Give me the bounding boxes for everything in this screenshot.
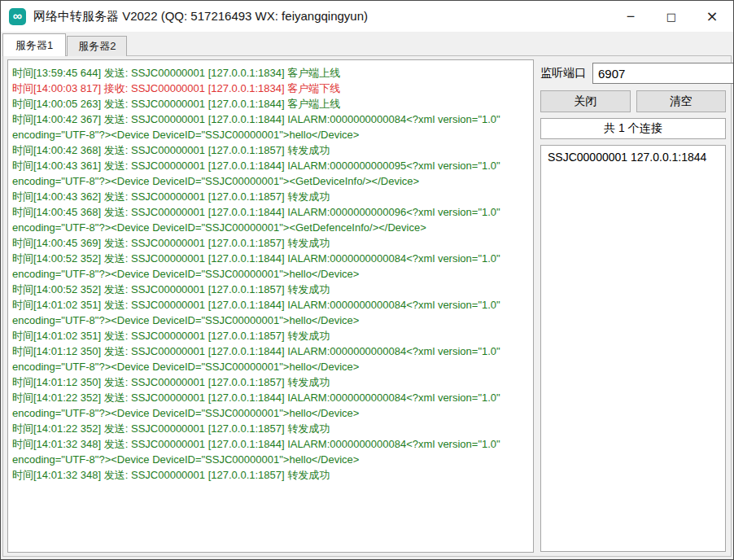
log-entry: 时间[14:01:02 351] 发送: SSJC00000001 [127.0… <box>12 328 529 343</box>
log-entry: 时间[14:01:02 351] 发送: SSJC00000001 [127.0… <box>12 297 529 328</box>
minimize-button[interactable]: ─ <box>610 1 651 32</box>
log-entry: 时间[14:01:22 352] 发送: SSJC00000001 [127.0… <box>12 421 529 436</box>
maximize-button[interactable]: □ <box>651 1 692 32</box>
app-logo-icon: ∞ <box>9 8 26 25</box>
log-entry: 时间[14:01:32 348] 发送: SSJC00000001 [127.0… <box>12 436 529 467</box>
log-entry: 时间[14:01:12 350] 发送: SSJC00000001 [127.0… <box>12 374 529 390</box>
clear-log-button[interactable]: 清空 <box>636 90 727 112</box>
listen-port-input[interactable] <box>592 63 734 84</box>
log-entry: 时间[14:01:12 350] 发送: SSJC00000001 [127.0… <box>12 343 529 374</box>
log-entry: 时间[14:00:45 368] 发送: SSJC00000001 [127.0… <box>12 204 529 235</box>
titlebar[interactable]: ∞ 网络中转服务器 V2022 (QQ: 517216493 WX: feiya… <box>1 1 733 32</box>
listen-port-row: 监听端口 <box>540 63 726 84</box>
action-buttons-row: 关闭 清空 <box>540 90 726 112</box>
side-panel: 监听端口 关闭 清空 共 1 个连接 SSJC00000001 127.0.0.… <box>540 63 726 552</box>
log-entry: 时间[14:00:42 367] 发送: SSJC00000001 [127.0… <box>12 112 529 142</box>
close-icon: × <box>706 9 718 24</box>
log-entry: 时间[14:00:52 352] 发送: SSJC00000001 [127.0… <box>12 251 529 282</box>
log-entry: 时间[14:00:43 362] 发送: SSJC00000001 [127.0… <box>12 189 529 204</box>
log-entry: 时间[13:59:45 644] 发送: SSJC00000001 [127.0… <box>12 65 529 81</box>
log-entry: 时间[14:01:32 348] 发送: SSJC00000001 [127.0… <box>12 467 529 483</box>
tab-server1[interactable]: 服务器1 <box>2 33 66 56</box>
log-entry: 时间[14:01:22 352] 发送: SSJC00000001 [127.0… <box>12 390 529 421</box>
minimize-icon: ─ <box>627 11 634 22</box>
log-output[interactable]: 时间[13:59:45 644] 发送: SSJC00000001 [127.0… <box>7 59 534 553</box>
window-controls: ─ □ × <box>610 1 732 32</box>
connection-count-label: 共 1 个连接 <box>540 118 726 139</box>
tab-server2[interactable]: 服务器2 <box>67 36 127 56</box>
listen-port-label: 监听端口 <box>540 66 592 81</box>
tab-bar: 服务器1 服务器2 <box>2 33 128 56</box>
log-entry: 时间[14:00:45 369] 发送: SSJC00000001 [127.0… <box>12 235 529 251</box>
log-entry: 时间[14:00:43 361] 发送: SSJC00000001 [127.0… <box>12 158 529 189</box>
connection-list-item[interactable]: SSJC00000001 127.0.0.1:1844 <box>541 149 725 165</box>
log-entry: 时间[14:00:52 352] 发送: SSJC00000001 [127.0… <box>12 282 529 297</box>
connection-list[interactable]: SSJC00000001 127.0.0.1:1844 <box>540 145 726 552</box>
app-window: ∞ 网络中转服务器 V2022 (QQ: 517216493 WX: feiya… <box>0 0 734 560</box>
log-entry: 时间[14:00:42 368] 发送: SSJC00000001 [127.0… <box>12 142 529 158</box>
close-button[interactable]: × <box>692 1 732 32</box>
window-title: 网络中转服务器 V2022 (QQ: 517216493 WX: feiyang… <box>33 9 368 24</box>
log-entry: 时间[14:00:03 817] 接收: SSJC00000001 [127.0… <box>12 81 529 96</box>
close-server-button[interactable]: 关闭 <box>540 90 631 112</box>
log-entry: 时间[14:00:05 263] 发送: SSJC00000001 [127.0… <box>12 96 529 112</box>
maximize-icon: □ <box>666 11 676 22</box>
